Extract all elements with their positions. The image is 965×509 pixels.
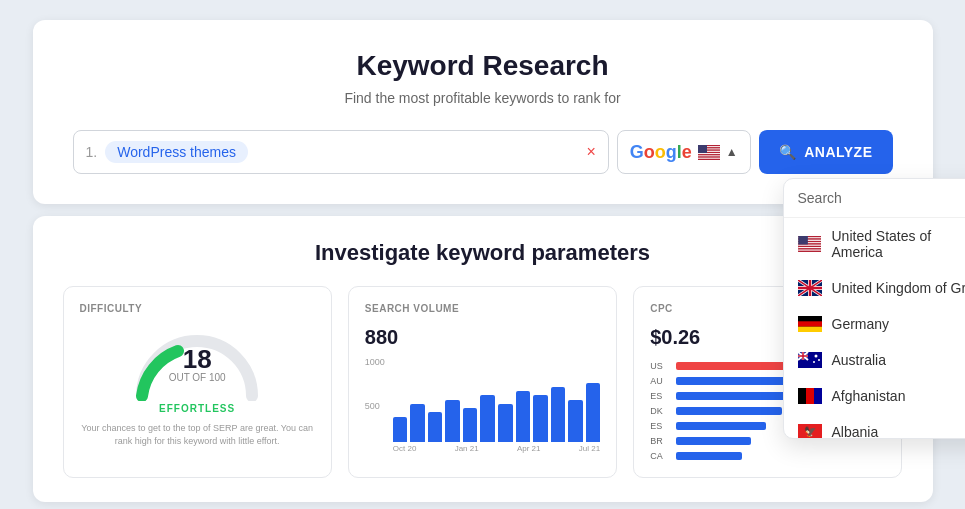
bar (586, 383, 601, 443)
cpc-bar (676, 407, 782, 415)
bar (463, 408, 478, 442)
google-logo: Google (630, 142, 692, 163)
x-label: Oct 20 (393, 444, 417, 453)
search-icon: 🔍 (779, 144, 797, 160)
svg-point-49 (818, 359, 820, 361)
list-item[interactable]: 🦅 Albania (784, 414, 966, 438)
country-name: Albania (832, 424, 879, 438)
page-subtitle: Find the most profitable keywords to ran… (73, 90, 893, 106)
list-item[interactable]: Australia (784, 342, 966, 378)
svg-rect-52 (806, 388, 814, 404)
country-dropdown: United States of America ✓ (783, 178, 966, 439)
gauge-sub: OUT OF 100 (169, 372, 226, 383)
cpc-bar (676, 392, 794, 400)
flag-al-icon: 🦅 (798, 424, 822, 438)
dropdown-search-wrapper (784, 179, 966, 218)
search-row: 1. WordPress themes × Google (73, 130, 893, 174)
y-max: 1000 (365, 357, 385, 367)
cpc-bar (676, 452, 742, 460)
flag-af-icon (798, 388, 822, 404)
bar (428, 412, 443, 442)
flag-de-icon (798, 316, 822, 332)
svg-rect-8 (698, 154, 720, 155)
cpc-bar (676, 437, 751, 445)
svg-point-50 (813, 361, 815, 363)
svg-rect-38 (798, 321, 822, 326)
flag-us-icon (698, 145, 720, 160)
svg-rect-7 (698, 153, 720, 154)
x-label: Jul 21 (579, 444, 600, 453)
dropdown-search-input[interactable] (798, 190, 966, 206)
svg-rect-9 (698, 155, 720, 156)
svg-rect-27 (798, 236, 808, 245)
list-item[interactable]: Germany (784, 306, 966, 342)
volume-card: SEARCH VOLUME 880 1000 500 (348, 286, 617, 478)
country-name: Afghanistan (832, 388, 906, 404)
difficulty-label: DIFFICULTY (80, 303, 315, 314)
svg-rect-51 (798, 388, 806, 404)
volume-label: SEARCH VOLUME (365, 303, 600, 314)
page-title: Keyword Research (73, 50, 893, 82)
svg-rect-21 (798, 245, 821, 246)
svg-rect-39 (798, 327, 822, 332)
flag-au-icon (798, 352, 822, 368)
x-label: Jan 21 (455, 444, 479, 453)
bar (516, 391, 531, 442)
cpc-bar (676, 422, 765, 430)
section-title: Investigate keyword parameters (63, 240, 903, 266)
cpc-bar-row: CA (650, 451, 885, 461)
dropdown-list: United States of America ✓ (784, 218, 966, 438)
country-name: Germany (832, 316, 890, 332)
chevron-up-icon: ▲ (726, 145, 738, 159)
cards-row: DIFFICULTY 18 OUT OF 100 EFFORTLESS Your… (63, 286, 903, 478)
svg-rect-11 (698, 157, 720, 158)
y-mid: 500 (365, 401, 380, 411)
bar (410, 404, 425, 442)
keyword-tag[interactable]: WordPress themes (105, 141, 248, 163)
flag-uk-icon (798, 280, 822, 296)
input-number: 1. (86, 144, 98, 160)
bar (480, 395, 495, 442)
bar (498, 404, 513, 442)
gauge-wrapper: 18 OUT OF 100 EFFORTLESS (80, 326, 315, 414)
bar (568, 400, 583, 443)
gauge-description: Your chances to get to the top of SERP a… (80, 422, 315, 447)
x-label: Apr 21 (517, 444, 541, 453)
svg-rect-12 (698, 158, 720, 159)
svg-rect-24 (798, 248, 821, 249)
svg-rect-23 (798, 247, 821, 248)
clear-button[interactable]: × (586, 143, 595, 161)
analyze-button[interactable]: 🔍 ANALYZE (759, 130, 893, 174)
svg-rect-22 (798, 246, 821, 247)
gauge-value: 18 (169, 346, 226, 372)
list-item[interactable]: Afghanistan (784, 378, 966, 414)
list-item[interactable]: United States of America ✓ (784, 218, 966, 270)
list-item[interactable]: United Kingdom of Great... (784, 270, 966, 306)
bar (551, 387, 566, 442)
difficulty-card: DIFFICULTY 18 OUT OF 100 EFFORTLESS Your… (63, 286, 332, 478)
svg-rect-25 (798, 250, 821, 251)
svg-point-48 (814, 355, 817, 358)
bar (393, 417, 408, 443)
svg-rect-13 (698, 145, 707, 153)
svg-rect-53 (814, 388, 822, 404)
country-name: United States of America (831, 228, 965, 260)
svg-text:🦅: 🦅 (804, 425, 817, 438)
flag-us-icon (798, 236, 822, 252)
country-name: Australia (832, 352, 886, 368)
analyze-label: ANALYZE (804, 144, 872, 160)
keyword-research-card: Keyword Research Find the most profitabl… (33, 20, 933, 204)
country-name: United Kingdom of Great... (832, 280, 966, 296)
bar (533, 395, 548, 442)
svg-rect-26 (798, 251, 821, 252)
x-labels: Oct 20 Jan 21 Apr 21 Jul 21 (393, 444, 600, 453)
svg-rect-10 (698, 156, 720, 157)
bar (445, 400, 460, 443)
volume-value: 880 (365, 326, 600, 349)
gauge-rating: EFFORTLESS (159, 403, 235, 414)
search-input-wrapper: 1. WordPress themes × (73, 130, 609, 174)
country-selector[interactable]: Google ▲ (617, 130, 751, 174)
bar-chart (393, 357, 600, 442)
